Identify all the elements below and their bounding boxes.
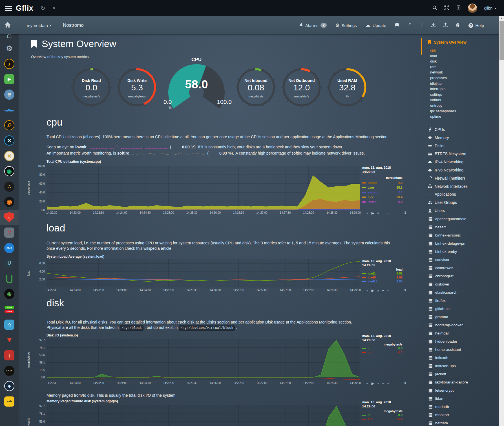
netdata-app[interactable]: ○ xyxy=(0,210,19,225)
legend-entry-in[interactable]: in0.0 xyxy=(362,413,403,417)
nav-section-ipv6-networking[interactable]: IPv6 Networking xyxy=(428,168,463,172)
nav-app-netdata[interactable]: netdata xyxy=(428,421,448,425)
chart-play-button[interactable]: ▶ xyxy=(372,211,374,215)
emby-app[interactable]: ▶ xyxy=(0,72,19,87)
chart-resize-handle[interactable]: ⇕ xyxy=(404,288,407,292)
nav-section-firewall-netfilter-[interactable]: Firewall (netfilter) xyxy=(428,176,465,180)
refresh-icon[interactable]: ↻ xyxy=(41,5,45,12)
nav-app-heimdall[interactable]: heimdall xyxy=(428,331,449,335)
duplicati-app[interactable]: ◉ xyxy=(0,286,19,302)
nav-link-processes[interactable]: processes xyxy=(430,76,447,80)
legend-entry-user[interactable]: user35.3 xyxy=(362,186,403,190)
chart-zoom-out-button[interactable]: − xyxy=(387,382,389,385)
water-drop-app-app[interactable]: ◆ xyxy=(0,378,19,394)
nav-app-elasticsearch[interactable]: elasticsearch xyxy=(428,290,457,295)
magnet-app-app[interactable]: ⋃ xyxy=(0,271,19,286)
chart-play-button[interactable]: ▶ xyxy=(372,382,374,385)
softirq-sparkline[interactable] xyxy=(132,151,205,155)
legend-entry-iowait[interactable]: iowait0.0 xyxy=(362,200,403,204)
nav-app-binhex-emby[interactable]: binhex-emby xyxy=(428,249,457,254)
chronograf-app[interactable]: ◉ xyxy=(0,164,19,179)
server-dropdown[interactable]: my-netdata▾ xyxy=(27,23,51,28)
home-icon[interactable] xyxy=(4,21,11,29)
nav-section-user-groups[interactable]: User Groups xyxy=(428,200,457,205)
avatar[interactable] xyxy=(468,3,477,13)
chart-backward-button[interactable]: « xyxy=(366,211,368,215)
legend-entry-load5[interactable]: load52.68 xyxy=(362,276,403,280)
nav-app-monitorr[interactable]: monitorr xyxy=(428,413,449,417)
settings-app[interactable]: ⚙ xyxy=(0,41,19,56)
nav-app-jackett[interactable]: jackett xyxy=(428,372,446,376)
comic-library-app[interactable]: ≣ xyxy=(0,87,19,102)
update-button[interactable]: ☁↓Update xyxy=(365,23,386,28)
chart-zoom-in-button[interactable]: + xyxy=(382,289,384,293)
nav-section-applications[interactable]: Applications xyxy=(428,192,456,197)
nav-link-ram[interactable]: ram xyxy=(430,65,436,69)
nav-section-users[interactable]: Users xyxy=(428,208,445,213)
fullscreen-icon[interactable] xyxy=(444,5,449,11)
nav-app-influxdb-ups[interactable]: influxdb-ups xyxy=(428,364,456,368)
nav-link-idlejitter[interactable]: idlejitter xyxy=(430,81,443,86)
net-inbound-gauge[interactable]: Net Inbound0.08megabits/s xyxy=(235,66,277,111)
nav-app-grafana[interactable]: grafana xyxy=(428,315,448,319)
nav-app-binhex-delugevpn[interactable]: binhex-delugevpn xyxy=(428,241,465,246)
legend-entry-in[interactable]: in0.0 xyxy=(362,347,403,351)
chart-resize-handle[interactable]: ⇕ xyxy=(404,381,407,385)
nav-app-firefox[interactable]: firefox xyxy=(428,298,446,303)
nav-link-network[interactable]: network xyxy=(430,70,443,74)
nav-app-lazylibrarian-calibre[interactable]: lazylibrarian-calibre xyxy=(428,380,468,384)
cpu-chart-canvas[interactable] xyxy=(47,166,360,210)
chart-zoom-in-button[interactable]: + xyxy=(382,382,384,385)
nav-link-entropy[interactable]: entropy xyxy=(430,103,442,108)
airsonic-waveform-app[interactable]: ▂▄▆▄▂ xyxy=(0,102,19,117)
nav-app-chronograf[interactable]: chronograf xyxy=(428,274,454,278)
nav-app-influxdb[interactable]: influxdb xyxy=(428,356,448,360)
folder-cubes-app[interactable]: ∵ xyxy=(0,225,19,240)
disk-read-gauge[interactable]: Disk Read0.0megabytes/s xyxy=(70,66,113,111)
chart-zoom-out-button[interactable]: − xyxy=(387,289,389,293)
nav-link-interrupts[interactable]: interrupts xyxy=(430,87,445,91)
print-icon[interactable] xyxy=(455,23,460,28)
youtube-dl-app[interactable]: ↓ xyxy=(0,348,19,363)
net-outbound-gauge[interactable]: Net Outbound12.0megabits/s xyxy=(280,66,323,111)
alarms-button[interactable]: Alarms2 xyxy=(299,23,327,28)
nav-app-hddtemp-docker[interactable]: hddtemp-docker xyxy=(428,323,463,327)
settings-button[interactable]: ⚙Settings xyxy=(335,23,357,28)
jackett-app[interactable]: ⚲ xyxy=(0,118,19,133)
chart-zoom-out-button[interactable]: − xyxy=(387,211,389,215)
nav-section-ipv4-networking[interactable]: IPv4 Networking xyxy=(428,160,463,164)
chart-backward-button[interactable]: « xyxy=(366,382,368,385)
nav-system-overview[interactable]: System Overview xyxy=(428,40,467,44)
nav-app-bazarr[interactable]: bazarr xyxy=(428,225,446,229)
nav-link-cpu[interactable]: cpu xyxy=(430,48,436,52)
nextcloud-app[interactable]: oOo xyxy=(0,240,19,256)
nav-app-letsencrypt[interactable]: letsencrypt xyxy=(428,388,454,392)
pgpgio-chart-canvas[interactable] xyxy=(47,405,360,426)
nav-app-calibreweb[interactable]: calibreweb xyxy=(428,266,454,270)
nav-link-ipc-semaphores[interactable]: ipc semaphores xyxy=(430,109,456,113)
lazylibrarian-app[interactable]: LAZY xyxy=(0,363,19,378)
nav-link-disk[interactable]: disk xyxy=(430,59,437,63)
legend-entry-load1[interactable]: load16.51 xyxy=(362,272,403,276)
chart-zoom-in-button[interactable]: + xyxy=(382,211,384,215)
legend-entry-out[interactable]: out-5.2 xyxy=(362,417,403,421)
cpu-gauge[interactable]: CPU58.00.0100.0% xyxy=(161,57,232,110)
nav-section-cpus[interactable]: CPUs xyxy=(428,127,445,132)
nav-section-btrfs-filesystem[interactable]: BTRFS filesystem xyxy=(428,151,466,156)
used-ram-gauge[interactable]: Used RAM32.8% xyxy=(326,66,369,111)
close-tab-icon[interactable]: × xyxy=(52,5,56,11)
chart-play-button[interactable]: ▶ xyxy=(372,289,374,293)
menu-icon[interactable] xyxy=(5,5,12,12)
chart-resize-handle[interactable]: ⇕ xyxy=(404,211,407,215)
bazarr-app[interactable]: × xyxy=(0,148,19,164)
sabnzbd-app[interactable]: sab xyxy=(0,394,19,409)
scrollbar[interactable]: ▲ xyxy=(499,16,504,426)
help-button[interactable]: ?Help xyxy=(468,23,484,28)
scrollbar-thumb[interactable] xyxy=(499,21,504,60)
chart-forward-button[interactable]: » xyxy=(377,289,379,293)
github-icon[interactable] xyxy=(395,23,399,28)
nav-section-disks[interactable]: Disks xyxy=(428,144,444,148)
iowait-sparkline[interactable] xyxy=(89,145,168,149)
twitter-icon[interactable] xyxy=(407,23,412,28)
monitorr-app[interactable]: OnlineOffline xyxy=(0,302,19,317)
